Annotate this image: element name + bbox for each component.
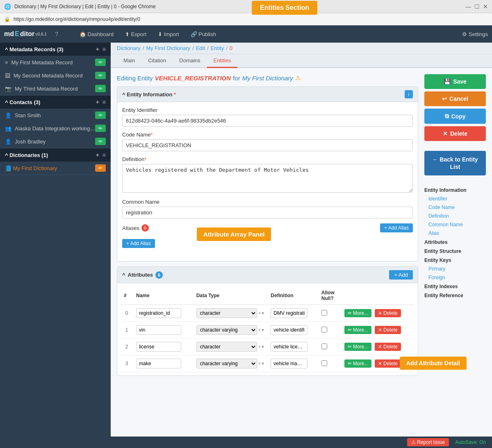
save-button[interactable]: 💾 💾 Save Save (424, 74, 486, 89)
right-nav-identifier[interactable]: Identifier (424, 196, 447, 202)
close-icon[interactable]: ✕ (483, 3, 488, 10)
add-metadata-icon[interactable]: + (96, 46, 99, 52)
attr-null-checkbox-1[interactable] (321, 327, 327, 332)
attr-more-btn-2[interactable]: ✏ More... (344, 343, 372, 351)
attr-type-chevron-3[interactable]: ▾ (262, 361, 264, 366)
common-name-group: Common Name (122, 199, 413, 218)
attr-type-select-3[interactable]: character varying character integer (196, 359, 257, 368)
menu-metadata-icon[interactable]: ≡ (102, 46, 106, 52)
attr-more-btn-1[interactable]: ✏ More... (344, 326, 372, 334)
attributes-header: ^ Attributes 6 + Add (117, 267, 418, 283)
breadcrumb-entity[interactable]: Entity (211, 45, 224, 51)
attr-type-select-2[interactable]: character character varying integer (196, 342, 257, 352)
copy-button[interactable]: ⧉ Copy (424, 109, 486, 124)
attributes-collapse-icon[interactable]: ^ (122, 272, 125, 278)
add-alias-btn-top[interactable]: + Add Alias (380, 223, 413, 232)
delete-button[interactable]: ✕ Delete (424, 126, 486, 141)
tab-entities[interactable]: Entities (207, 54, 238, 68)
right-nav-alias[interactable]: Alias (424, 230, 439, 236)
right-nav-code-name[interactable]: Code Name (424, 205, 455, 210)
attr-more-btn-0[interactable]: ✏ More... (344, 309, 372, 317)
attr-name-input-3[interactable] (136, 359, 181, 368)
right-nav-foreign[interactable]: Foreign (424, 275, 445, 280)
sidebar-item-stan-edit[interactable]: ✏ (95, 111, 106, 119)
attr-delete-btn-1[interactable]: ✕ Delete (375, 326, 401, 334)
right-nav-definition[interactable]: Definition (424, 213, 449, 219)
sidebar-item-third-metadata-edit[interactable]: ✏ (95, 85, 106, 92)
nav-dashboard[interactable]: 🏠 Dashboard (75, 29, 118, 40)
right-nav-entity-info[interactable]: Entity Information (424, 187, 467, 193)
definition-textarea[interactable]: Vehicles registered with the Department … (122, 164, 413, 193)
sidebar-item-josh[interactable]: 👤 Josh Bradley ✏ (0, 135, 111, 148)
right-nav-attributes[interactable]: Attributes (424, 239, 448, 245)
add-contact-icon[interactable]: + (96, 99, 99, 105)
attr-def-input-2[interactable] (271, 342, 308, 352)
sidebar-item-first-dict-edit[interactable]: ✏ (95, 164, 106, 172)
collapse-icon[interactable]: ^ (122, 91, 127, 98)
attr-name-input-2[interactable] (136, 342, 181, 352)
sidebar-item-josh-edit[interactable]: ✏ (95, 138, 106, 145)
attr-null-checkbox-3[interactable] (321, 360, 327, 366)
attr-type-x-3[interactable]: × (258, 361, 261, 366)
attr-type-chevron-0[interactable]: ▾ (262, 310, 264, 316)
attr-name-input-0[interactable] (136, 308, 181, 318)
attr-delete-btn-0[interactable]: ✕ Delete (375, 309, 401, 317)
attr-type-select-0[interactable]: character character varying integer (196, 308, 257, 318)
right-nav-common-name[interactable]: Common Name (424, 222, 463, 227)
cancel-button[interactable]: ↩ Cancel (424, 91, 486, 106)
code-name-input[interactable] (122, 139, 413, 151)
common-name-input[interactable] (122, 207, 413, 218)
attr-def-input-1[interactable] (271, 325, 308, 335)
sidebar-item-alaska-edit[interactable]: ✏ (95, 125, 106, 132)
sidebar-item-first-metadata[interactable]: ≡ My First Metadata Record ✏ (0, 56, 111, 69)
sidebar-item-alaska[interactable]: 👥 Alaska Data Integration working... ✏ (0, 122, 111, 135)
menu-dict-icon[interactable]: ≡ (102, 152, 106, 158)
attr-type-x-0[interactable]: × (258, 310, 261, 316)
identifier-input[interactable] (122, 115, 413, 127)
report-issue-btn[interactable]: ⚠ Report Issue (407, 438, 449, 446)
right-nav-entity-reference[interactable]: Entity Reference (424, 293, 463, 298)
add-dict-icon[interactable]: + (96, 152, 99, 158)
attr-type-chevron-2[interactable]: ▾ (262, 344, 264, 350)
attr-type-x-1[interactable]: × (258, 327, 261, 333)
sidebar-item-second-metadata-edit[interactable]: ✏ (95, 72, 106, 79)
sidebar-item-stan-smith[interactable]: 👤 Stan Smith ✏ (0, 109, 111, 122)
attr-delete-btn-2[interactable]: ✕ Delete (375, 343, 401, 351)
right-nav-entity-indexes[interactable]: Entity Indexes (424, 284, 458, 289)
sidebar-item-second-metadata[interactable]: 🖼 My Second Metadata Record ✏ (0, 69, 111, 82)
nav-publish[interactable]: 🔗 Publish (186, 29, 221, 40)
attr-type-chevron-1[interactable]: ▾ (262, 327, 264, 333)
breadcrumb-first-dict[interactable]: My First Dictionary (146, 45, 190, 51)
add-alias-btn-bottom[interactable]: + Add Alias (122, 239, 155, 248)
back-to-entity-list-button[interactable]: ← Back to Entity List (424, 151, 486, 175)
attr-def-input-0[interactable] (271, 308, 308, 318)
nav-settings[interactable]: ⚙ Settings (462, 31, 488, 37)
right-nav-primary[interactable]: Primary (424, 266, 445, 272)
right-nav-entity-structure[interactable]: Entity Structure (424, 248, 461, 254)
attr-type-x-2[interactable]: × (258, 344, 261, 350)
nav-import[interactable]: ⬇ Import (153, 29, 184, 40)
tab-main[interactable]: Main (117, 54, 141, 68)
attr-name-input-1[interactable] (136, 325, 181, 335)
attr-def-input-3[interactable] (271, 359, 308, 368)
attr-delete-btn-3[interactable]: ✕ Delete (375, 359, 401, 368)
tab-citation[interactable]: Citation (141, 54, 173, 68)
breadcrumb-dictionary[interactable]: Dictionary (117, 45, 141, 51)
minimize-icon[interactable]: — (465, 3, 471, 10)
attr-more-btn-3[interactable]: ✏ More... (344, 359, 372, 368)
menu-contact-icon[interactable]: ≡ (102, 99, 106, 105)
nav-export[interactable]: ⬆ Export (120, 29, 151, 40)
entity-info-help-btn[interactable]: i (405, 90, 413, 98)
sidebar-item-first-dictionary[interactable]: 📘 My First Dictionary ✏ (0, 161, 111, 175)
attr-null-checkbox-0[interactable] (321, 310, 327, 316)
add-attribute-btn[interactable]: + Add (389, 270, 413, 280)
help-icon[interactable]: ? (55, 31, 58, 37)
sidebar-item-first-metadata-edit[interactable]: ✏ (95, 59, 106, 66)
sidebar-item-third-metadata[interactable]: 📷 My Third Metadata Record ✏ (0, 82, 111, 95)
right-nav-entity-keys[interactable]: Entity Keys (424, 257, 451, 263)
attr-type-select-1[interactable]: character varying character integer (196, 325, 257, 335)
attr-null-checkbox-2[interactable] (321, 343, 327, 349)
maximize-icon[interactable]: ☐ (474, 3, 480, 10)
breadcrumb-edit[interactable]: Edit (196, 45, 205, 51)
tab-domains[interactable]: Domains (173, 54, 207, 68)
